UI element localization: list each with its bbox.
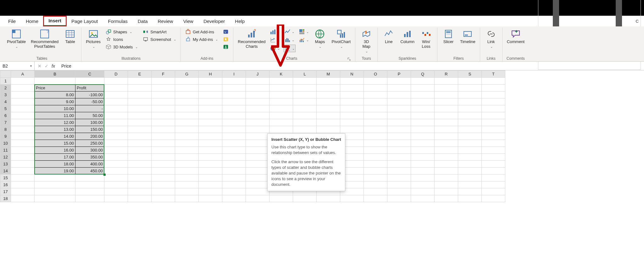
row-header-10[interactable]: 10 — [0, 140, 11, 147]
cell[interactable] — [387, 147, 411, 154]
cell[interactable] — [222, 154, 246, 161]
cell[interactable] — [199, 154, 222, 161]
cell[interactable] — [364, 98, 387, 105]
line-chart-dropdown[interactable]: ⌄ — [284, 28, 295, 35]
cell[interactable] — [411, 195, 435, 202]
cell[interactable] — [175, 168, 199, 175]
cell[interactable] — [317, 91, 340, 98]
fx-icon[interactable]: fx — [52, 64, 55, 69]
cell[interactable] — [128, 154, 152, 161]
cell[interactable] — [128, 168, 152, 175]
statistic-chart-dropdown[interactable]: ⌄ — [284, 36, 295, 43]
cell[interactable] — [104, 175, 128, 181]
cell[interactable] — [458, 98, 482, 105]
comment-button[interactable]: Comment — [506, 28, 526, 45]
cell[interactable] — [246, 181, 269, 188]
cell[interactable]: Profit — [75, 85, 104, 91]
col-header-R[interactable]: R — [435, 71, 458, 78]
cell[interactable] — [411, 181, 435, 188]
col-header-D[interactable]: D — [104, 71, 128, 78]
row-header-13[interactable]: 13 — [0, 161, 11, 168]
cell[interactable] — [482, 175, 505, 181]
table-button[interactable]: Table — [62, 28, 78, 45]
cell[interactable]: 11.00 — [35, 112, 75, 119]
cell[interactable] — [482, 112, 505, 119]
cell[interactable] — [11, 133, 35, 140]
cell[interactable] — [175, 112, 199, 119]
3d-models-button[interactable]: 3D Models⌄ — [104, 43, 139, 50]
tab-data[interactable]: Data — [133, 17, 153, 26]
cell[interactable] — [199, 161, 222, 168]
cell[interactable] — [340, 112, 364, 119]
cell[interactable] — [199, 98, 222, 105]
cell[interactable] — [222, 147, 246, 154]
cell[interactable] — [152, 154, 175, 161]
cell[interactable] — [11, 126, 35, 133]
row-header-14[interactable]: 14 — [0, 168, 11, 175]
cell[interactable] — [387, 188, 411, 195]
cell[interactable] — [104, 147, 128, 154]
cell[interactable] — [152, 181, 175, 188]
tab-help[interactable]: Help — [230, 17, 250, 26]
charts-dialog-launcher[interactable] — [347, 57, 351, 61]
cell[interactable] — [364, 112, 387, 119]
people-graph-addin-button[interactable] — [222, 43, 230, 50]
cell[interactable] — [104, 168, 128, 175]
col-header-A[interactable]: A — [11, 71, 35, 78]
cell[interactable] — [11, 168, 35, 175]
cell[interactable] — [222, 85, 246, 91]
cell[interactable] — [482, 78, 505, 85]
col-header-I[interactable]: I — [222, 71, 246, 78]
get-addins-button[interactable]: Get Add-ins — [184, 28, 219, 35]
cell[interactable] — [222, 168, 246, 175]
cell[interactable] — [458, 168, 482, 175]
cell[interactable] — [246, 78, 269, 85]
cell[interactable] — [175, 98, 199, 105]
cell[interactable] — [411, 126, 435, 133]
cell[interactable] — [482, 168, 505, 175]
cell[interactable] — [411, 188, 435, 195]
cell[interactable] — [246, 91, 269, 98]
cell[interactable] — [199, 119, 222, 126]
bing-maps-addin-button[interactable] — [222, 36, 230, 43]
col-header-L[interactable]: L — [293, 71, 317, 78]
maps-button[interactable]: Maps⌄ — [312, 28, 328, 49]
cell[interactable] — [340, 105, 364, 112]
cell[interactable] — [435, 154, 458, 161]
cell[interactable] — [458, 161, 482, 168]
row-header-5[interactable]: 5 — [0, 105, 11, 112]
cell[interactable] — [317, 105, 340, 112]
cell[interactable] — [104, 140, 128, 147]
cell[interactable] — [222, 161, 246, 168]
cell[interactable]: 13.00 — [35, 126, 75, 133]
cell[interactable] — [35, 181, 75, 188]
cell[interactable] — [482, 147, 505, 154]
cell[interactable] — [152, 85, 175, 91]
cell[interactable] — [364, 85, 387, 91]
cell[interactable] — [387, 112, 411, 119]
cell[interactable] — [175, 119, 199, 126]
cell[interactable] — [222, 133, 246, 140]
cell[interactable] — [387, 91, 411, 98]
cell[interactable] — [482, 119, 505, 126]
cell[interactable] — [104, 78, 128, 85]
cell[interactable] — [11, 154, 35, 161]
cell[interactable] — [458, 154, 482, 161]
cell[interactable] — [482, 195, 505, 202]
cell[interactable] — [387, 154, 411, 161]
cell[interactable] — [458, 85, 482, 91]
cell[interactable] — [458, 105, 482, 112]
cell[interactable] — [199, 112, 222, 119]
cell[interactable] — [482, 188, 505, 195]
cell[interactable] — [199, 126, 222, 133]
cell[interactable] — [317, 98, 340, 105]
cell[interactable] — [199, 105, 222, 112]
cell[interactable] — [293, 195, 317, 202]
cell[interactable] — [435, 147, 458, 154]
pie-chart-dropdown[interactable]: ⌄ — [269, 45, 280, 52]
cell[interactable] — [387, 105, 411, 112]
cell[interactable] — [293, 112, 317, 119]
cell[interactable] — [104, 161, 128, 168]
cell[interactable] — [411, 105, 435, 112]
cell[interactable] — [128, 161, 152, 168]
